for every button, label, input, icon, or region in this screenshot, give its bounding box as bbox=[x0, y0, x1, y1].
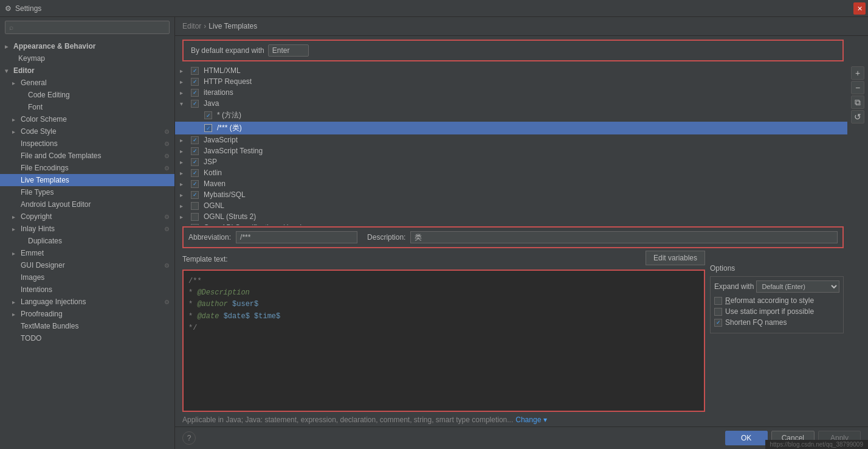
checkbox-kotlin[interactable] bbox=[191, 169, 199, 177]
arrow-icon bbox=[180, 181, 187, 187]
sidebar-item-images[interactable]: Images bbox=[0, 271, 174, 284]
sidebar-item-file-encodings[interactable]: File Encodings ⚙ bbox=[0, 162, 174, 174]
expand-with-select[interactable]: Enter Tab Space bbox=[268, 44, 309, 57]
template-group-javascript[interactable]: JavaScript bbox=[175, 134, 847, 145]
desc-input[interactable] bbox=[410, 231, 838, 243]
sidebar-item-color-scheme[interactable]: Color Scheme bbox=[0, 113, 174, 125]
sidebar-item-font[interactable]: Font bbox=[0, 101, 174, 113]
template-group-javascript-testing[interactable]: JavaScript Testing bbox=[175, 145, 847, 156]
template-group-ognl-struts2[interactable]: OGNL (Struts 2) bbox=[175, 211, 847, 222]
arrow-icon bbox=[12, 299, 19, 305]
sidebar-item-appearance[interactable]: Appearance & Behavior bbox=[0, 40, 174, 52]
template-item-java-class[interactable]: /*** (类) bbox=[175, 122, 847, 134]
add-button[interactable]: + bbox=[851, 66, 864, 80]
sidebar-item-keymap[interactable]: Keymap bbox=[0, 52, 174, 64]
sidebar-item-duplicates[interactable]: Duplicates bbox=[0, 235, 174, 247]
expand-with-select[interactable]: Default (Enter) Enter Tab Space bbox=[756, 280, 839, 293]
template-group-ognl[interactable]: OGNL bbox=[175, 200, 847, 211]
sidebar-item-todo[interactable]: TODO bbox=[0, 332, 174, 344]
sidebar-item-inspections[interactable]: Inspections ⚙ bbox=[0, 137, 174, 150]
sidebar-item-emmet[interactable]: Emmet bbox=[0, 247, 174, 259]
template-group-mybatis-sql[interactable]: Mybatis/SQL bbox=[175, 189, 847, 200]
reformat-checkbox[interactable] bbox=[714, 297, 722, 305]
arrow-icon bbox=[180, 170, 187, 176]
checkbox-http-request[interactable] bbox=[191, 78, 199, 86]
template-group-jsp[interactable]: JSP bbox=[175, 156, 847, 167]
sidebar-item-file-code-templates[interactable]: File and Code Templates ⚙ bbox=[0, 150, 174, 162]
checkbox-javascript-testing[interactable] bbox=[191, 147, 199, 155]
sidebar-item-general[interactable]: General bbox=[0, 77, 174, 89]
arrow-icon bbox=[12, 226, 19, 232]
sidebar-item-copyright[interactable]: Copyright ⚙ bbox=[0, 211, 174, 223]
change-arrow: ▾ bbox=[543, 416, 547, 424]
checkbox-maven[interactable] bbox=[191, 180, 199, 188]
item-label: /*** (类) bbox=[217, 123, 242, 133]
template-item-java-method[interactable]: * (方法) bbox=[175, 109, 847, 122]
group-label: JSP bbox=[204, 158, 217, 166]
edit-panel: Abbreviation: Description: bbox=[182, 226, 844, 248]
arrow-icon bbox=[180, 224, 187, 226]
checkbox-openapi[interactable] bbox=[191, 224, 199, 226]
abbrev-input[interactable] bbox=[236, 231, 357, 243]
static-import-checkbox[interactable] bbox=[714, 308, 722, 316]
shorten-fq-checkbox[interactable] bbox=[714, 319, 722, 327]
group-label: JavaScript bbox=[204, 136, 238, 144]
checkbox-java-class[interactable] bbox=[204, 124, 212, 132]
reformat-label: Reformat according to style bbox=[725, 296, 814, 305]
template-group-iterations[interactable]: iterations bbox=[175, 87, 847, 98]
arrow-icon bbox=[12, 214, 19, 220]
remove-button[interactable]: − bbox=[851, 81, 864, 94]
sidebar-item-intentions[interactable]: Intentions bbox=[0, 284, 174, 296]
action-buttons: + − ⧉ ↺ bbox=[847, 64, 868, 225]
close-button[interactable]: ✕ bbox=[853, 2, 866, 15]
sidebar-item-proofreading[interactable]: Proofreading bbox=[0, 308, 174, 320]
template-group-html-xml[interactable]: HTML/XML bbox=[175, 65, 847, 76]
checkbox-javascript[interactable] bbox=[191, 136, 199, 144]
group-label: Maven bbox=[204, 179, 226, 188]
expand-with-label: By default expand with bbox=[191, 46, 264, 55]
template-group-java[interactable]: Java bbox=[175, 98, 847, 109]
template-group-maven[interactable]: Maven bbox=[175, 178, 847, 189]
sidebar-item-editor[interactable]: Editor bbox=[0, 64, 174, 77]
template-group-kotlin[interactable]: Kotlin bbox=[175, 167, 847, 178]
ok-button[interactable]: OK bbox=[725, 431, 768, 445]
checkbox-ognl-struts2[interactable] bbox=[191, 213, 199, 221]
checkbox-java[interactable] bbox=[191, 100, 199, 108]
sidebar-item-live-templates[interactable]: Live Templates bbox=[0, 174, 174, 186]
arrow-icon bbox=[180, 100, 187, 107]
copy-button[interactable]: ⧉ bbox=[851, 96, 864, 109]
sidebar-item-file-types[interactable]: File Types bbox=[0, 186, 174, 198]
group-label: OGNL (Struts 2) bbox=[204, 212, 256, 221]
checkbox-iterations[interactable] bbox=[191, 89, 199, 97]
sidebar-item-code-editing[interactable]: Code Editing bbox=[0, 89, 174, 101]
settings-icon: ⚙ bbox=[164, 153, 170, 159]
applicable-text: Applicable in Java; Java: statement, exp… bbox=[182, 416, 513, 424]
bottom-bar: ? OK Cancel Apply bbox=[175, 426, 868, 449]
applicable-row: Applicable in Java; Java: statement, exp… bbox=[175, 413, 868, 426]
edit-variables-button[interactable]: Edit variables bbox=[646, 251, 705, 265]
sidebar-item-gui-designer[interactable]: GUI Designer ⚙ bbox=[0, 259, 174, 271]
sidebar-item-android-layout[interactable]: Android Layout Editor bbox=[0, 198, 174, 211]
group-label: Mybatis/SQL bbox=[204, 190, 246, 199]
sidebar-item-inlay-hints[interactable]: Inlay Hints ⚙ bbox=[0, 223, 174, 235]
settings-icon: ⚙ bbox=[164, 128, 170, 135]
checkbox-ognl[interactable] bbox=[191, 202, 199, 210]
search-input[interactable] bbox=[5, 21, 170, 34]
change-link[interactable]: Change bbox=[515, 416, 541, 424]
checkbox-java-method[interactable] bbox=[204, 111, 212, 119]
undo-button[interactable]: ↺ bbox=[851, 110, 864, 124]
checkbox-mybatis-sql[interactable] bbox=[191, 191, 199, 199]
sidebar-item-textmate-bundles[interactable]: TextMate Bundles bbox=[0, 320, 174, 332]
checkbox-html-xml[interactable] bbox=[191, 67, 199, 75]
arrow-icon bbox=[180, 137, 187, 144]
template-group-http-request[interactable]: HTTP Request bbox=[175, 76, 847, 87]
help-button[interactable]: ? bbox=[182, 431, 196, 445]
shorten-fq-row: Shorten FQ names bbox=[714, 318, 839, 327]
checkbox-jsp[interactable] bbox=[191, 158, 199, 166]
templates-list: HTML/XML HTTP Request iterations bbox=[175, 64, 847, 225]
sidebar-item-code-style[interactable]: Code Style ⚙ bbox=[0, 125, 174, 137]
sidebar-item-language-injections[interactable]: Language Injections ⚙ bbox=[0, 296, 174, 308]
arrow-icon bbox=[180, 148, 187, 155]
template-group-openapi[interactable]: OpenAPI Specifications (.json) bbox=[175, 222, 847, 225]
arrow-icon bbox=[180, 203, 187, 209]
